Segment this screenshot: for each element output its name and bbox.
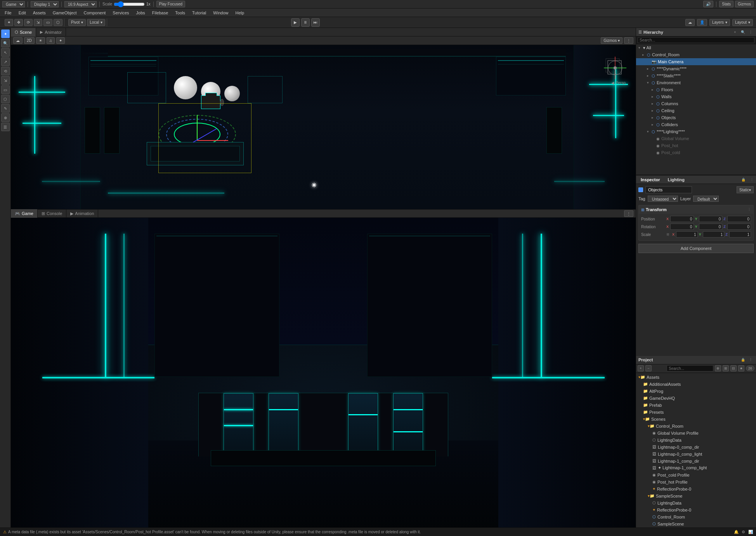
inspector-lock-btn[interactable]: 🔒 — [741, 178, 746, 182]
proj-view-btn[interactable]: ⊞ — [723, 365, 729, 371]
transform-header[interactable]: ⊞ Transform ⋮ — [639, 205, 753, 214]
tool-btn-5[interactable]: ⟲ — [1, 67, 10, 75]
proj-lm1light[interactable]: 🖼 ✦ Lightmap-1_comp_light — [636, 465, 756, 472]
inspector-more-btn[interactable]: ⋮ — [750, 178, 754, 182]
menu-jobs[interactable]: Jobs — [133, 10, 148, 16]
hier-main-camera[interactable]: 📷 Main Camera — [636, 58, 756, 65]
add-component-btn[interactable]: Add Component — [638, 244, 754, 253]
proj-lm1dir[interactable]: 🖼 Lightmap-1_comp_dir — [636, 458, 756, 465]
pos-x-input[interactable] — [670, 216, 694, 222]
scene-gizmos-btn[interactable]: Gizmos ▾ — [601, 37, 622, 44]
proj-additional[interactable]: 📁 AdditionalAssets — [636, 381, 756, 388]
proj-layout-btn[interactable]: ⊟ — [730, 365, 737, 371]
project-search[interactable] — [667, 365, 713, 371]
bottom-more-btn[interactable]: ⋮ — [624, 210, 633, 217]
pivot-dropdown[interactable]: Pivot ▾ — [68, 19, 86, 26]
tool-btn-1[interactable]: ✦ — [1, 29, 10, 38]
pos-y-input[interactable] — [699, 216, 723, 222]
hier-more-btn[interactable]: ⋮ — [747, 29, 754, 35]
static-btn[interactable]: Static ▾ — [737, 186, 754, 193]
tool-scale[interactable]: ⇲ — [34, 19, 42, 26]
proj-altprog[interactable]: 📁 AltProg — [636, 388, 756, 395]
tool-rotate[interactable]: ⟳ — [24, 19, 33, 26]
hier-floors[interactable]: ▸ ⬡ Floors — [636, 86, 756, 93]
menu-assets[interactable]: Assets — [30, 10, 49, 16]
proj-scenes[interactable]: ▾📁 Scenes — [636, 416, 756, 423]
obj-checkbox[interactable] — [638, 187, 643, 192]
rot-y-input[interactable] — [699, 224, 723, 230]
hier-all[interactable]: ▾ ▾ All — [636, 44, 756, 51]
menu-tutorial[interactable]: Tutorial — [189, 10, 209, 16]
proj-sample-scene2[interactable]: ⬡ SampleScene — [636, 520, 756, 527]
hier-post-hot[interactable]: ◉ Post_hot — [636, 142, 756, 149]
tab-animation[interactable]: ▶ Animation — [66, 209, 98, 218]
proj-prefab[interactable]: 📁 Prefab — [636, 402, 756, 409]
rot-x-input[interactable] — [670, 224, 694, 230]
proj-refl02[interactable]: ✦ ReflectionProbe-0 — [636, 507, 756, 513]
tag-dropdown[interactable]: Untagged — [648, 196, 678, 202]
hier-post-cold[interactable]: ◉ Post_cold — [636, 149, 756, 156]
hier-global-vol[interactable]: ◉ Global Volume — [636, 135, 756, 142]
scene-more-btn[interactable]: ⋮ — [624, 37, 633, 44]
hier-walls[interactable]: ▸ ⬡ Walls — [636, 93, 756, 100]
lighting-tab[interactable]: Lighting — [666, 177, 687, 182]
tool-combined[interactable]: ⬡ — [54, 19, 62, 26]
hier-control-room[interactable]: ▸ ⬡ Control_Room — [636, 51, 756, 58]
proj-minus-btn[interactable]: − — [645, 365, 652, 371]
hier-dynamic[interactable]: ▸ ⬡ ****Dynamic**** — [636, 65, 756, 72]
tool-rect[interactable]: ▭ — [43, 19, 52, 26]
proj-refl0[interactable]: ✦ ReflectionProbe-0 — [636, 486, 756, 493]
hier-lighting[interactable]: ▾ ⬡ ****Lighting**** — [636, 128, 756, 135]
proj-assets[interactable]: ▾📁 Assets — [636, 374, 756, 381]
hier-columns[interactable]: ▸ ⬡ Columns — [636, 100, 756, 107]
proj-sample-scene[interactable]: ▾📁 SampleScene — [636, 493, 756, 500]
menu-gameobject[interactable]: GameObject — [50, 10, 80, 16]
scene-2d-btn[interactable]: 2D — [24, 37, 35, 44]
hier-static[interactable]: ▸ ⬡ ****Static**** — [636, 72, 756, 79]
tab-game[interactable]: 🎮 Game — [11, 209, 38, 218]
pos-z-input[interactable] — [727, 216, 751, 222]
proj-cr-scene[interactable]: ⬡ Control_Room — [636, 513, 756, 520]
tool-btn-11[interactable]: ☰ — [1, 123, 10, 131]
proj-post-cold[interactable]: ◉ Post_cold Profile — [636, 472, 756, 479]
scene-view-btn[interactable]: ☁ — [13, 37, 23, 44]
tab-animator[interactable]: ▶ Animator — [36, 28, 66, 36]
tool-btn-10[interactable]: ⊕ — [1, 113, 10, 122]
tool-btn-3[interactable]: ↖ — [1, 48, 10, 57]
proj-more-btn[interactable]: ⋮ — [747, 357, 754, 363]
proj-lock-btn[interactable]: 🔒 — [740, 357, 746, 363]
scene-audio-btn[interactable]: ♫ — [47, 37, 55, 44]
layers-dropdown[interactable]: Layers ▾ — [709, 19, 730, 26]
menu-window[interactable]: Window — [210, 10, 231, 16]
local-dropdown[interactable]: Local ▾ — [87, 19, 105, 26]
menu-edit[interactable]: Edit — [16, 10, 29, 16]
proj-lm0light[interactable]: 🖼 Lightmap-0_comp_light — [636, 451, 756, 458]
tool-btn-4[interactable]: ↗ — [1, 57, 10, 66]
cloud-btn[interactable]: ☁ — [685, 19, 695, 26]
tool-btn-2[interactable]: 🔍 — [1, 39, 10, 47]
scl-y-input[interactable] — [703, 231, 725, 238]
menu-component[interactable]: Component — [80, 10, 109, 16]
step-button[interactable]: ⏭ — [311, 18, 320, 27]
tool-move[interactable]: ✥ — [14, 19, 23, 26]
hier-colliders[interactable]: ▸ ⬡ Colliders — [636, 121, 756, 128]
scene-light-btn[interactable]: ☀ — [36, 37, 45, 44]
pause-button[interactable]: ⏸ — [301, 18, 310, 27]
tool-btn-9[interactable]: ✎ — [1, 104, 10, 113]
hier-search-btn[interactable]: 🔍 — [740, 29, 746, 35]
hier-ceiling[interactable]: ▸ ⬡ Ceiling — [636, 107, 756, 114]
tool-hand[interactable]: ✦ — [5, 19, 13, 26]
proj-star-btn[interactable]: ★ — [738, 365, 744, 371]
tab-scene[interactable]: ⬡ Scene — [11, 28, 36, 36]
scl-z-input[interactable] — [729, 231, 751, 238]
proj-lighting-data[interactable]: ⬡ LightingData — [636, 437, 756, 444]
collab-btn[interactable]: 👤 — [697, 19, 707, 26]
scene-viewport[interactable]: ☁ 2D ☀ ♫ ✦ Gizmos ▾ ⋮ — [11, 36, 636, 209]
proj-lighting-data2[interactable]: ⬡ LightingData — [636, 500, 756, 507]
proj-lm0dir[interactable]: 🖼 Lightmap-0_comp_dir — [636, 444, 756, 451]
obj-name-field[interactable] — [645, 186, 692, 193]
hier-add-btn[interactable]: + — [732, 29, 738, 35]
tool-btn-6[interactable]: ⇲ — [1, 76, 10, 85]
layout-dropdown[interactable]: Layout ▾ — [732, 19, 753, 26]
project-title[interactable]: Project — [638, 357, 653, 362]
